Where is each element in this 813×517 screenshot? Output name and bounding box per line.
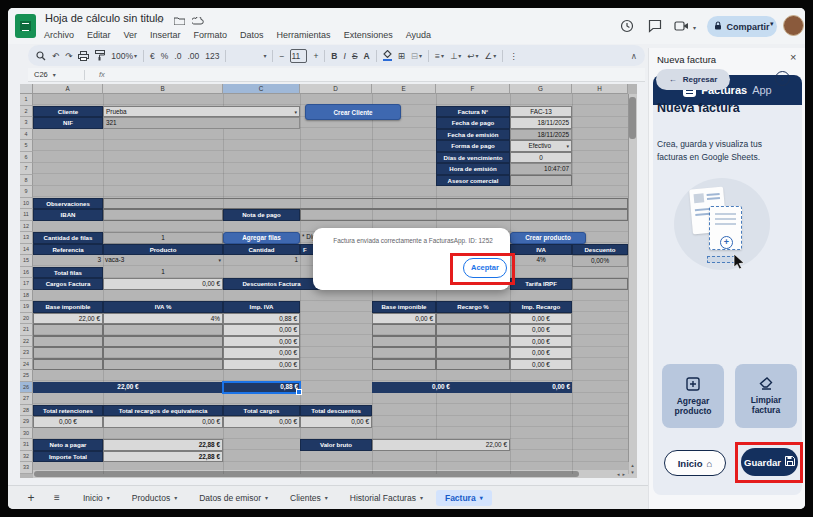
imp-recargo-header[interactable]: Imp. Recargo — [510, 301, 572, 313]
observaciones-label[interactable]: Observaciones — [33, 198, 103, 210]
row15-iva[interactable]: 4% — [510, 255, 572, 267]
column-header-A[interactable]: A — [33, 84, 103, 94]
italic-button[interactable]: I — [344, 51, 346, 61]
dropdown-arrow-icon[interactable]: ▾ — [566, 141, 569, 152]
row-header-2[interactable]: 2 — [20, 106, 33, 118]
decrease-decimals-button[interactable]: .0 — [174, 51, 181, 61]
cell-F20[interactable] — [436, 313, 510, 325]
cargos-factura-value[interactable]: 0,00 € — [103, 278, 223, 290]
base-imponible-header[interactable]: Base imponible — [33, 301, 103, 313]
name-box[interactable]: C26▾ — [28, 70, 76, 79]
row-header-29[interactable]: 29 — [20, 416, 33, 428]
row-header-16[interactable]: 16 — [20, 267, 33, 279]
add-product-button[interactable]: Agregarproducto — [662, 364, 724, 428]
factura-numero-value[interactable]: FAC-13 — [510, 106, 572, 118]
row-header-5[interactable]: 5 — [20, 140, 33, 152]
total-retenciones-header[interactable]: Total retenciones — [33, 405, 103, 417]
cell-G22[interactable]: 0,00 € — [510, 336, 572, 348]
cliente-label[interactable]: Cliente — [33, 106, 103, 118]
row-header-30[interactable]: 30 — [20, 428, 33, 440]
cantidad-header[interactable]: Cantidad — [223, 244, 300, 256]
asesor-comercial-value[interactable] — [510, 175, 572, 187]
paint-format-icon[interactable] — [95, 50, 105, 61]
meet-video-icon[interactable] — [674, 19, 690, 35]
row-header-28[interactable]: 28 — [20, 405, 33, 417]
nif-label[interactable]: NIF — [33, 117, 103, 129]
row-header-10[interactable]: 10 — [20, 198, 33, 210]
sheet-tab-historial-facturas[interactable]: Historial Facturas▾ — [341, 490, 432, 506]
observaciones-value[interactable] — [103, 198, 628, 210]
home-button[interactable]: Inicio ⌂ — [664, 450, 726, 476]
cell-B29[interactable]: 0,00 € — [103, 416, 223, 428]
cell-F21[interactable] — [436, 324, 510, 336]
cell-E20[interactable]: 0,00 € — [372, 313, 436, 325]
font-size-increase[interactable]: + — [313, 51, 318, 61]
text-color-button[interactable]: A — [364, 51, 370, 61]
cliente-value[interactable]: ▾Prueba — [103, 106, 300, 118]
column-header-C[interactable]: C — [223, 84, 300, 94]
currency-format-button[interactable]: € — [150, 51, 155, 61]
cell-E24[interactable] — [372, 359, 436, 371]
row-header-15[interactable]: 15 — [20, 255, 33, 267]
dropdown-arrow-icon[interactable]: ▾ — [294, 107, 297, 118]
row-header-7[interactable]: 7 — [20, 163, 33, 175]
total-filas-label[interactable]: Total filas — [33, 267, 103, 279]
row-header-26[interactable]: 26 — [20, 382, 33, 394]
font-family-select[interactable]: ▾ — [232, 50, 266, 61]
recargo-pct-header[interactable]: Recargo % — [436, 301, 510, 313]
factura-numero-label[interactable]: Factura N° — [436, 106, 510, 118]
cell-A22[interactable] — [33, 336, 103, 348]
row-header-31[interactable]: 31 — [20, 439, 33, 451]
zoom-select[interactable]: 100%▾ — [111, 51, 137, 61]
imp-iva-header[interactable]: Imp. IVA — [223, 301, 300, 313]
nota-pago-value[interactable] — [300, 209, 628, 221]
dropdown-arrow-icon[interactable]: ▾ — [218, 255, 221, 266]
info-icon[interactable]: ! — [775, 71, 790, 86]
dias-vencimiento-label[interactable]: Días de vencimiento — [436, 152, 510, 164]
total-filas-value[interactable]: 1 — [103, 267, 223, 279]
row-header-13[interactable]: 13 — [20, 232, 33, 244]
tarifa-irpf-label[interactable]: Tarifa IRPF — [510, 278, 572, 290]
cell-C20[interactable]: 0,88 € — [223, 313, 300, 325]
column-header-H[interactable]: H — [572, 84, 628, 94]
base-imponible2-header[interactable]: Base imponible — [372, 301, 436, 313]
valor-bruto-label[interactable]: Valor bruto — [300, 439, 372, 451]
row-header-1[interactable]: 1 — [20, 94, 33, 106]
total-base-left[interactable]: 22,00 € — [33, 382, 223, 394]
fill-color-button[interactable] — [383, 50, 392, 62]
row-header-19[interactable]: 19 — [20, 301, 33, 313]
borders-button[interactable]: ⊞ — [398, 51, 405, 61]
valor-bruto-value[interactable]: 22,00 € — [372, 439, 510, 451]
collapse-toolbar-button[interactable]: ∧ — [631, 51, 637, 61]
cell-G21[interactable]: 0,00 € — [510, 324, 572, 336]
font-size-decrease[interactable]: − — [279, 51, 284, 61]
sheet-tab-productos[interactable]: Productos▾ — [123, 490, 186, 506]
merge-cells-button[interactable]: ⊟▾ — [411, 51, 422, 61]
column-header-B[interactable]: B — [103, 84, 223, 94]
importe-total-label[interactable]: Importe Total — [33, 451, 103, 463]
menu-datos[interactable]: Datos — [240, 30, 264, 40]
print-icon[interactable] — [78, 51, 89, 61]
cell-F22[interactable] — [436, 336, 510, 348]
descuento-header[interactable]: Descuento — [572, 244, 628, 256]
horizontal-scroll-arrows[interactable]: ◂▸ — [586, 470, 628, 478]
cell-E21[interactable] — [372, 324, 436, 336]
column-header-G[interactable]: G — [510, 84, 572, 94]
nif-value[interactable]: 321 — [103, 117, 300, 129]
row-header-11[interactable]: 11 — [20, 209, 33, 221]
strikethrough-button[interactable]: S — [352, 51, 358, 61]
iva-pct-header[interactable]: IVA % — [103, 301, 223, 313]
total-cargos-header[interactable]: Total cargos — [223, 405, 300, 417]
menu-insertar[interactable]: Insertar — [150, 30, 181, 40]
producto-header[interactable]: Producto — [103, 244, 223, 256]
cell-C22[interactable]: 0,00 € — [223, 336, 300, 348]
cargos-factura-label[interactable]: Cargos Factura — [33, 278, 103, 290]
row15-cantidad[interactable]: 1 — [223, 255, 300, 267]
menu-extensiones[interactable]: Extensiones — [344, 30, 393, 40]
row-header-25[interactable]: 25 — [20, 370, 33, 382]
cell-D29[interactable]: 0,00 € — [300, 416, 372, 428]
total-imp-iva[interactable]: 0,88 € — [223, 382, 300, 394]
cell-G20[interactable]: 0,00 € — [510, 313, 572, 325]
hora-emision-label[interactable]: Hora de emisión — [436, 163, 510, 175]
vertical-scrollbar[interactable] — [628, 94, 637, 462]
